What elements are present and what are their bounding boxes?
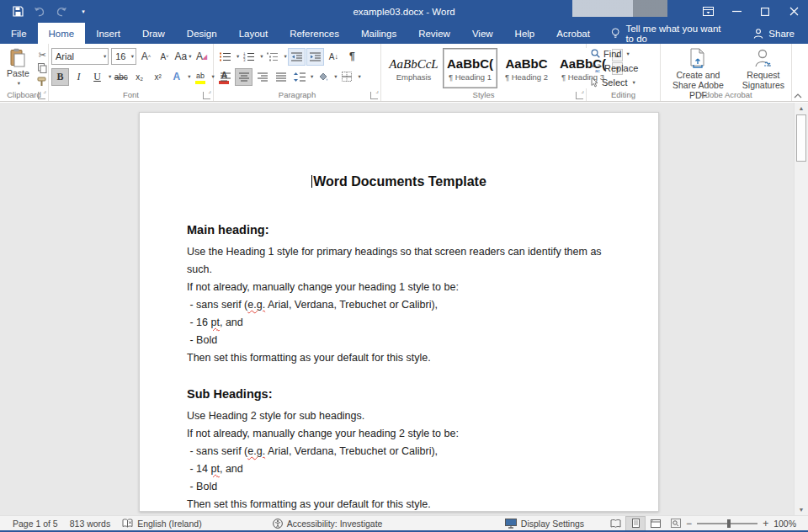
svg-text:ac: ac — [595, 68, 600, 72]
scrollbar-thumb[interactable] — [796, 114, 806, 162]
tell-me-box[interactable]: Tell me what you want to do — [601, 23, 740, 44]
doc-line: - 16 pt, and — [187, 314, 611, 332]
clear-formatting-icon[interactable]: A◢ — [193, 48, 210, 66]
justify-icon[interactable] — [272, 68, 290, 86]
subscript-icon[interactable]: x₂ — [130, 68, 148, 86]
tab-help[interactable]: Help — [504, 23, 546, 44]
strikethrough-icon[interactable]: abc — [112, 68, 130, 86]
bullets-icon[interactable] — [216, 48, 234, 66]
shading-caret[interactable]: ▾ — [334, 73, 337, 80]
signature-person-icon — [753, 48, 773, 70]
style-heading-1[interactable]: AaBbC(¶ Heading 1 — [443, 48, 497, 88]
scroll-up-icon[interactable]: ▲ — [795, 103, 808, 114]
document-page[interactable]: Word Documents Template Main heading:Use… — [139, 112, 659, 512]
tab-acrobat[interactable]: Acrobat — [545, 23, 601, 44]
tab-draw[interactable]: Draw — [131, 23, 176, 44]
accessibility-label: Accessibility: Investigate — [287, 519, 383, 529]
numbering-icon[interactable]: 123 — [240, 48, 258, 66]
vertical-scrollbar[interactable]: ▲ ▼ — [794, 103, 808, 515]
tab-layout[interactable]: Layout — [228, 23, 279, 44]
accessibility-icon — [273, 519, 283, 529]
save-icon[interactable] — [7, 0, 29, 23]
align-left-icon[interactable] — [216, 68, 234, 86]
style-emphasis[interactable]: AaBbCcLEmphasis — [386, 48, 441, 88]
customize-quick-access-caret[interactable]: ▾ — [72, 0, 94, 23]
bullets-caret[interactable]: ▾ — [237, 53, 239, 60]
zoom-percent[interactable]: 100% — [773, 519, 796, 529]
ribbon-display-options-icon[interactable] — [694, 0, 722, 23]
text-effects-icon[interactable]: A — [167, 68, 185, 86]
bold-button[interactable]: B — [51, 68, 69, 86]
web-layout-icon[interactable] — [646, 516, 666, 531]
tab-file[interactable]: File — [0, 23, 38, 44]
align-right-icon[interactable] — [253, 68, 271, 86]
tab-design[interactable]: Design — [176, 23, 228, 44]
collapse-ribbon-icon[interactable] — [794, 93, 802, 98]
tab-home[interactable]: Home — [38, 23, 86, 44]
scroll-down-icon[interactable]: ▼ — [795, 504, 808, 515]
tab-view[interactable]: View — [461, 23, 504, 44]
read-mode-icon[interactable] — [605, 516, 625, 531]
redo-icon[interactable] — [50, 0, 72, 23]
maximize-button[interactable] — [751, 0, 779, 23]
zoom-in-button[interactable]: + — [763, 518, 768, 529]
select-button[interactable]: Select▾ — [589, 75, 657, 89]
zoom-out-button[interactable]: − — [686, 518, 692, 529]
align-center-icon[interactable] — [235, 68, 252, 86]
borders-icon[interactable] — [338, 68, 356, 86]
zoom-slider[interactable] — [697, 523, 758, 524]
find-button[interactable]: Find▾ — [589, 46, 657, 61]
paste-caret[interactable]: ▾ — [18, 78, 20, 88]
font-name-combo[interactable]: Arial▾ — [51, 48, 109, 65]
zoom-slider-thumb[interactable] — [727, 519, 731, 528]
multilevel-caret[interactable]: ▾ — [284, 53, 287, 60]
page-content: Word Documents Template Main heading:Use… — [187, 113, 611, 513]
font-group-label: Font — [49, 90, 213, 99]
underline-caret[interactable]: ▾ — [109, 73, 111, 80]
increase-indent-icon[interactable] — [306, 48, 324, 66]
text-effects-caret[interactable]: ▾ — [188, 73, 190, 80]
decrease-indent-icon[interactable] — [288, 48, 306, 66]
highlight-color-icon[interactable]: ab — [192, 68, 210, 86]
tab-insert[interactable]: Insert — [85, 23, 131, 44]
replace-icon: abac — [591, 63, 601, 72]
proofing-status[interactable]: English (Ireland) — [116, 519, 207, 529]
word-count[interactable]: 813 words — [64, 519, 116, 529]
numbering-caret[interactable]: ▾ — [260, 53, 263, 60]
font-dialog-launcher[interactable] — [203, 92, 210, 99]
show-paragraph-marks-icon[interactable]: ¶ — [343, 48, 361, 66]
clipboard-dialog-launcher[interactable] — [38, 92, 45, 99]
style-heading-2[interactable]: AaBbC¶ Heading 2 — [499, 48, 554, 88]
display-settings-button[interactable]: Display Settings — [499, 519, 590, 529]
replace-label: Replace — [604, 63, 638, 73]
tab-mailings[interactable]: Mailings — [350, 23, 407, 44]
monitor-icon — [505, 519, 517, 529]
line-spacing-icon[interactable] — [290, 68, 308, 86]
paste-button[interactable]: Paste ▾ — [3, 46, 34, 90]
tab-review[interactable]: Review — [407, 23, 461, 44]
minimize-button[interactable] — [722, 0, 751, 23]
font-size-combo[interactable]: 16▾ — [111, 48, 136, 65]
share-button[interactable]: Share — [740, 23, 808, 44]
line-spacing-caret[interactable]: ▾ — [311, 73, 313, 80]
paragraph-dialog-launcher[interactable] — [370, 92, 378, 99]
page-indicator[interactable]: Page 1 of 5 — [7, 519, 64, 529]
sort-icon[interactable]: A↓ — [325, 48, 343, 66]
underline-button[interactable]: U — [88, 68, 106, 86]
accessibility-status[interactable]: Accessibility: Investigate — [267, 519, 389, 529]
italic-button[interactable]: I — [70, 68, 88, 86]
change-case-icon[interactable]: Aa▾ — [174, 48, 192, 66]
grow-font-icon[interactable]: A˄ — [137, 48, 155, 66]
multilevel-list-icon[interactable] — [264, 48, 282, 66]
undo-icon[interactable] — [29, 0, 50, 23]
tab-references[interactable]: References — [279, 23, 350, 44]
print-layout-icon[interactable] — [625, 516, 646, 531]
shrink-font-icon[interactable]: A˅ — [156, 48, 173, 66]
style-preview: AaBbC — [505, 56, 547, 72]
shading-icon[interactable] — [314, 68, 332, 86]
borders-caret[interactable]: ▾ — [359, 73, 361, 80]
replace-button[interactable]: abac Replace — [589, 61, 657, 75]
close-button[interactable] — [779, 0, 808, 23]
superscript-icon[interactable]: x² — [149, 68, 167, 86]
styles-dialog-launcher[interactable] — [576, 92, 583, 99]
